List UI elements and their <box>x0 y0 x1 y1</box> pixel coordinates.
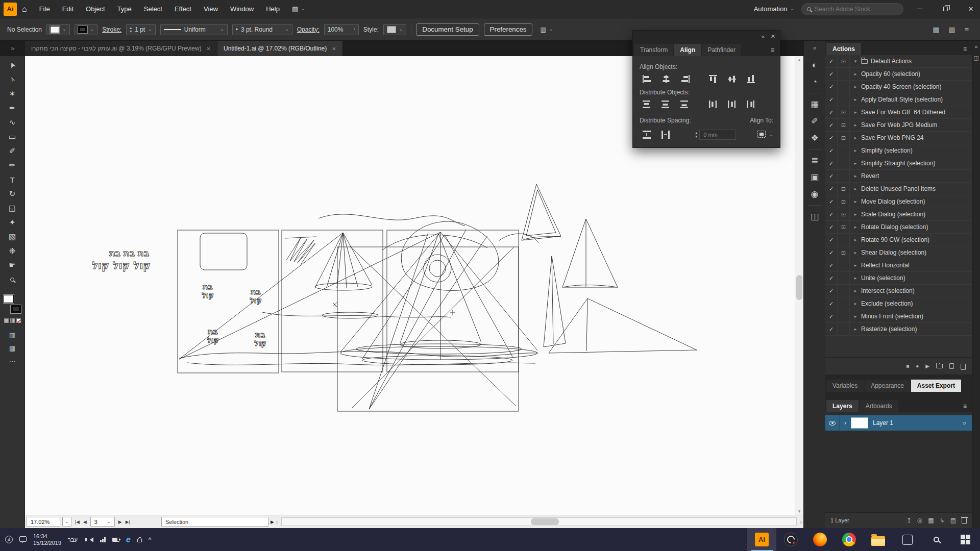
action-check[interactable]: ✓ <box>825 157 838 169</box>
taskbar-chrome-icon[interactable] <box>835 528 864 551</box>
stock-search-field[interactable] <box>801 3 903 15</box>
eyedropper-tool[interactable]: ✦ <box>0 215 25 230</box>
scroll-down-icon[interactable]: ▾ <box>795 509 803 514</box>
distribute-bottom-button[interactable] <box>677 98 693 111</box>
paintbrush-tool[interactable]: ✐ <box>0 144 25 158</box>
tab-appearance[interactable]: Appearance <box>865 380 910 392</box>
align-top-button[interactable] <box>706 73 721 85</box>
minimize-button[interactable] <box>911 0 929 18</box>
tab-actions[interactable]: Actions <box>826 43 861 55</box>
gradient-tool[interactable]: ▧ <box>0 230 25 244</box>
action-check[interactable]: ✓ <box>825 221 838 233</box>
chevron-right-icon[interactable]: ▸ <box>850 173 861 179</box>
menu-edit[interactable]: Edit <box>56 0 80 18</box>
action-row[interactable]: ✓ ▸ Simplify Straight (selection) <box>825 157 972 170</box>
panel-menu-icon[interactable]: ≡ <box>767 46 778 56</box>
network-icon[interactable] <box>100 537 106 542</box>
action-check[interactable]: ✓ <box>825 170 838 182</box>
layer-target-icon[interactable]: ○ <box>957 419 972 427</box>
action-row[interactable]: ✓ ▸ Reflect Horizontal <box>825 259 972 272</box>
prev-artboard-icon[interactable]: ◀ <box>83 519 87 524</box>
chevron-right-icon[interactable]: ▸ <box>850 122 861 128</box>
action-dialog-toggle[interactable]: ⊡ <box>838 106 850 118</box>
gradient-mode-icon[interactable] <box>10 318 15 323</box>
edge-tray-icon[interactable]: e <box>126 535 131 544</box>
curvature-tool[interactable]: ∿ <box>0 115 25 130</box>
stepper-arrows[interactable]: ▴▾ <box>130 26 132 33</box>
action-check[interactable]: ✓ <box>825 323 838 335</box>
tab-asset-export[interactable]: Asset Export <box>911 380 961 392</box>
collapse-panel-icon[interactable]: « <box>762 33 765 39</box>
expand-layer-icon[interactable]: › <box>840 419 851 427</box>
taskbar-clock[interactable]: 16:34 15/12/2019 <box>33 533 61 546</box>
links-panel-icon[interactable]: ◫ <box>804 208 826 225</box>
distribute-right-button[interactable] <box>744 98 759 111</box>
spacing-value-field[interactable]: 0 mm <box>699 130 736 140</box>
action-row[interactable]: ✓ ⊡ ▸ Save For Web GIF 64 Dithered <box>825 106 972 119</box>
artboard-number-dropdown[interactable]: 3 ⌄ <box>90 517 115 527</box>
toolbar-expand-icon[interactable]: » <box>0 41 25 56</box>
draw-mode-icon[interactable]: ▥ <box>0 328 25 341</box>
align-horizontal-center-button[interactable] <box>658 73 674 85</box>
document-tab-1[interactable]: עותק לגיבוי - סקיצה הכי מחקרו.ai @ 3.19%… <box>25 41 217 56</box>
chevron-right-icon[interactable]: ▸ <box>850 110 861 115</box>
action-dialog-toggle[interactable]: ⊡ <box>838 208 850 220</box>
layer-row[interactable]: › Layer 1 ○ <box>825 415 972 431</box>
action-row[interactable]: ✓ ⊟ ▸ Delete Unused Panel Items <box>825 183 972 195</box>
action-row[interactable]: ✓ ▸ Minus Front (selection) <box>825 310 972 323</box>
color-mode-icon[interactable] <box>4 318 9 323</box>
action-check[interactable]: ✓ <box>825 68 838 80</box>
taskbar-search-icon[interactable] <box>922 528 951 551</box>
action-row[interactable]: ✓ ▸ Intersect (selection) <box>825 285 972 297</box>
action-row[interactable]: ✓ ▸ Apply Default Style (selection) <box>825 93 972 106</box>
action-check[interactable]: ✓ <box>825 132 838 144</box>
action-center-icon[interactable] <box>19 536 27 542</box>
align-to-dropdown[interactable]: ⌄ <box>757 131 773 139</box>
action-row[interactable]: ✓ ⊡ ▸ Shear Dialog (selection) <box>825 246 972 259</box>
panel-menu-icon[interactable]: ≡ <box>959 45 971 55</box>
locate-object-icon[interactable]: ◎ <box>917 517 922 524</box>
chevron-right-icon[interactable]: ▸ <box>850 250 861 255</box>
action-dialog-toggle[interactable] <box>838 81 850 93</box>
action-dialog-toggle[interactable] <box>838 297 850 310</box>
action-row[interactable]: ✓ ▸ Opacity 40 Screen (selection) <box>825 81 972 93</box>
horizontal-distribute-space-button[interactable] <box>658 129 674 141</box>
new-action-icon[interactable] <box>949 363 954 369</box>
action-row[interactable]: ✓ ⊡ ▸ Move Dialog (selection) <box>825 195 972 208</box>
menu-file[interactable]: File <box>33 0 56 18</box>
chevron-right-icon[interactable]: ▸ <box>850 263 861 268</box>
spacing-stepper[interactable]: ▴▾ <box>695 131 697 138</box>
action-dialog-toggle[interactable] <box>838 259 850 271</box>
menu-type[interactable]: Type <box>111 0 138 18</box>
close-tab-icon[interactable]: ✕ <box>207 46 211 52</box>
restore-button[interactable] <box>936 0 954 18</box>
action-check[interactable]: ✓ <box>825 183 838 195</box>
direct-selection-tool[interactable]: ➢ <box>0 72 25 87</box>
align-vertical-center-button[interactable] <box>725 73 740 85</box>
action-row[interactable]: ✓ ▸ Opacity 60 (selection) <box>825 68 972 81</box>
new-layer-icon[interactable]: ▤ <box>950 517 956 524</box>
security-tray-icon[interactable] <box>137 539 142 542</box>
chevron-icon[interactable]: ▾ <box>850 59 861 64</box>
stroke-color-swatch[interactable] <box>11 305 21 313</box>
hand-tool[interactable]: ☛ <box>0 258 25 272</box>
close-tab-icon[interactable]: ✕ <box>332 46 336 52</box>
action-row[interactable]: ✓ ▸ Exclude (selection) <box>825 297 972 310</box>
action-row[interactable]: ✓ ⊡ ▸ Save For Web JPG Medium <box>825 119 972 132</box>
panel-menu-icon[interactable]: ≡ <box>959 403 971 412</box>
chevron-right-icon[interactable]: ▸ <box>850 314 861 319</box>
distribute-left-button[interactable] <box>706 98 721 111</box>
action-dialog-toggle[interactable] <box>838 234 850 246</box>
action-check[interactable]: ✓ <box>825 208 838 220</box>
properties-panel-icon[interactable]: ≣ <box>804 152 826 169</box>
action-check[interactable]: ✓ <box>825 93 838 106</box>
action-dialog-toggle[interactable] <box>838 323 850 335</box>
delete-action-icon[interactable] <box>961 364 966 370</box>
first-artboard-icon[interactable]: |◀ <box>75 519 80 524</box>
horizontal-scrollbar-thumb[interactable] <box>531 518 559 525</box>
expand-panels-icon[interactable]: « <box>813 44 817 52</box>
vertical-scrollbar[interactable]: ▴ ▾ <box>795 56 803 515</box>
chevron-right-icon[interactable]: ▸ <box>850 148 861 153</box>
magic-wand-tool[interactable]: ✶ <box>0 87 25 101</box>
action-check[interactable]: ✓ <box>825 272 838 284</box>
